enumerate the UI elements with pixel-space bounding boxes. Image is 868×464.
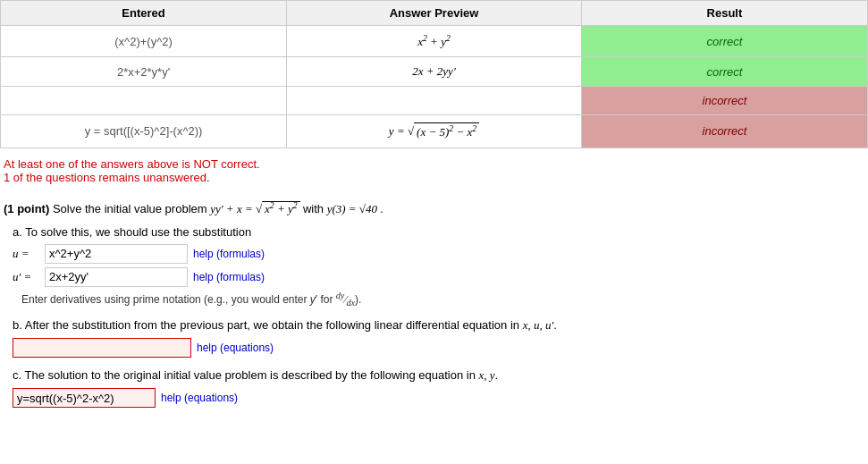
u-label: u = xyxy=(13,247,39,261)
col-header-preview: Answer Preview xyxy=(287,1,582,26)
entered-cell xyxy=(1,87,287,115)
u-prime-input-row: u′ = help (formulas) xyxy=(13,267,864,287)
part-b-label: b. After the substitution from the previ… xyxy=(13,318,864,333)
preview-cell: y = √(x − 5)2 − x2 xyxy=(287,115,582,148)
problem-equation: yy′ + x = √x2 + y2 xyxy=(210,201,303,215)
part-a-label: a. To solve this, we should use the subs… xyxy=(13,225,864,239)
table-row: y = sqrt([(x-5)^2]-(x^2)) y = √(x − 5)2 … xyxy=(1,115,868,148)
prime-notation-note: Enter derivatives using prime notation (… xyxy=(21,291,864,308)
preview-cell xyxy=(287,87,582,115)
initial-condition: y(3) = √40 xyxy=(327,202,381,215)
u-prime-input[interactable] xyxy=(45,267,188,287)
u-prime-label: u′ = xyxy=(13,270,39,284)
part-c-label: c. The solution to the original initial … xyxy=(13,368,864,383)
part-a: a. To solve this, we should use the subs… xyxy=(4,225,864,308)
part-c: c. The solution to the original initial … xyxy=(4,368,864,408)
part-c-input-row: help (equations) xyxy=(13,388,864,408)
part-b-input-row: help (equations) xyxy=(13,338,864,358)
part-b-vars: x, u, u′ xyxy=(523,318,554,332)
preview-cell: 2x + 2yy′ xyxy=(287,57,582,87)
warning-line-1: At least one of the answers above is NOT… xyxy=(4,157,868,171)
result-cell: incorrect xyxy=(581,87,867,115)
result-cell: incorrect xyxy=(581,115,867,148)
part-b: b. After the substitution from the previ… xyxy=(4,318,864,358)
preview-cell: x2 + y2 xyxy=(287,26,582,57)
part-c-vars: x, y xyxy=(479,368,495,382)
part-c-help-link[interactable]: help (equations) xyxy=(161,392,238,404)
warning-line-2: 1 of the questions remains unanswered. xyxy=(4,171,868,184)
table-row: 2*x+2*y*y' 2x + 2yy′ correct xyxy=(1,57,868,87)
u-prime-help-link[interactable]: help (formulas) xyxy=(193,271,265,283)
result-cell: correct xyxy=(581,26,867,57)
problem-area: (1 point) Solve the initial value proble… xyxy=(0,193,868,426)
entered-cell: (x^2)+(y^2) xyxy=(1,26,287,57)
col-header-entered: Entered xyxy=(1,1,287,26)
col-header-result: Result xyxy=(581,1,867,26)
entered-cell: y = sqrt([(x-5)^2]-(x^2)) xyxy=(1,115,287,148)
part-c-input[interactable] xyxy=(13,388,156,408)
u-help-link[interactable]: help (formulas) xyxy=(193,248,265,260)
part-b-help-link[interactable]: help (equations) xyxy=(197,342,274,354)
entered-cell: 2*x+2*y*y' xyxy=(1,57,287,87)
answer-table: Entered Answer Preview Result (x^2)+(y^2… xyxy=(0,0,868,148)
result-cell: correct xyxy=(581,57,867,87)
u-input[interactable] xyxy=(45,244,188,264)
u-input-row: u = help (formulas) xyxy=(13,244,864,264)
problem-statement: (1 point) Solve the initial value proble… xyxy=(4,200,864,216)
table-row: incorrect xyxy=(1,87,868,115)
part-b-input[interactable] xyxy=(13,338,191,358)
warning-block: At least one of the answers above is NOT… xyxy=(0,157,868,184)
table-row: (x^2)+(y^2) x2 + y2 correct xyxy=(1,26,868,57)
point-label: (1 point) xyxy=(4,202,49,215)
